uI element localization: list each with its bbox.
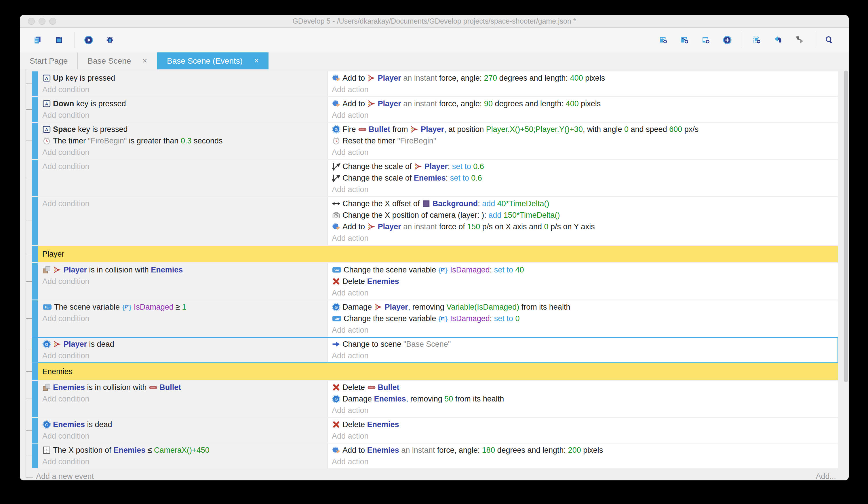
event-row[interactable]: The X position of Enemies ≤ CameraX()+45…	[32, 444, 838, 468]
add-action-button[interactable]: Add action	[332, 456, 838, 467]
condition-line[interactable]: GPlayer is dead	[42, 339, 327, 350]
add-action-button[interactable]: Add action	[332, 324, 838, 336]
condition-line[interactable]: The timer "FireBegin" is greater than 0.…	[42, 135, 327, 147]
condition-line[interactable]: Player is in collision with Enemies	[42, 264, 327, 276]
add-action-button[interactable]: Add action	[332, 84, 838, 95]
action-line[interactable]: Change the scale of Player: set to 0.6	[332, 161, 838, 172]
zoom-button[interactable]	[49, 18, 56, 25]
add-condition-button[interactable]: Add condition	[42, 393, 327, 405]
tab-base-scene[interactable]: Base Scene×	[78, 52, 157, 69]
add-condition-button[interactable]: Add condition	[42, 276, 327, 287]
debug-button[interactable]	[104, 33, 118, 47]
action-line[interactable]: Change the X position of camera (layer: …	[332, 209, 838, 221]
add-condition-button[interactable]: Add condition	[42, 84, 327, 95]
action-line[interactable]: Change the scale of Enemies: set to 0.6	[332, 172, 838, 184]
tab-base-scene-events[interactable]: Base Scene (Events)×	[157, 52, 269, 69]
add-action-button[interactable]: Add action	[332, 109, 838, 121]
condition-line[interactable]: Enemies is in collision with Bullet	[42, 382, 327, 393]
event-row[interactable]: Enemies is in collision with BulletAdd c…	[32, 381, 838, 417]
scene-editor-button[interactable]	[53, 33, 67, 47]
add-condition-button[interactable]: Add condition	[42, 147, 327, 158]
event-row[interactable]: Player is in collision with EnemiesAdd c…	[32, 263, 838, 300]
action-line[interactable]: Delete Bullet	[332, 382, 838, 393]
event-handle[interactable]	[32, 263, 38, 300]
close-tab-icon[interactable]: ×	[254, 57, 259, 65]
delete-icon	[332, 420, 340, 429]
scrollbar-thumb[interactable]	[844, 71, 848, 382]
action-line[interactable]: Delete Enemies	[332, 419, 838, 430]
add-comment-button[interactable]	[700, 33, 714, 47]
add-action-button[interactable]: Add action	[332, 184, 838, 195]
close-button[interactable]	[28, 18, 35, 25]
event-handle[interactable]	[32, 337, 38, 362]
action-line[interactable]: Add to Player an instant force of 150 p/…	[332, 221, 838, 232]
event-handle[interactable]	[32, 123, 38, 159]
action-line[interactable]: GDamage Enemies, removing 50 from its he…	[332, 393, 838, 405]
add-action-button[interactable]: Add action	[332, 287, 838, 299]
event-row[interactable]: ASpace key is pressedThe timer "FireBegi…	[32, 123, 838, 159]
action-line[interactable]: GFire Bullet from Player, at position Pl…	[332, 123, 838, 135]
add-action-button[interactable]: Add action	[332, 147, 838, 158]
action-line[interactable]: GDamage Player, removing Variable(IsDama…	[332, 301, 838, 313]
condition-line[interactable]: ASpace key is pressed	[42, 123, 327, 135]
event-row[interactable]: GPlayer is deadAdd conditionChange to sc…	[32, 337, 838, 362]
project-manager-button[interactable]	[31, 33, 46, 47]
condition-line[interactable]: The X position of Enemies ≤ CameraX()+45…	[42, 444, 327, 456]
action-line[interactable]: Add to Player an instant force, angle: 2…	[332, 72, 838, 84]
search-button[interactable]	[823, 33, 837, 47]
tab-start-page[interactable]: Start Page	[20, 52, 78, 69]
add-condition-button[interactable]: Add condition	[42, 161, 327, 172]
redo-button[interactable]	[793, 33, 808, 47]
event-handle[interactable]	[32, 197, 38, 245]
event-row[interactable]: VarThe scene variable {}IsDamaged ≥ 1Add…	[32, 300, 838, 337]
event-handle[interactable]	[32, 246, 38, 262]
condition-line[interactable]: ADown key is pressed	[42, 98, 327, 109]
add-circle-button[interactable]	[721, 33, 735, 47]
add-event-button[interactable]	[657, 33, 671, 47]
add-action-button[interactable]: Add action	[332, 405, 838, 416]
add-more-button[interactable]: Add...	[816, 472, 836, 480]
add-condition-button[interactable]: Add condition	[42, 350, 327, 361]
add-new-event-button[interactable]: Add a new event	[36, 472, 94, 480]
action-line[interactable]: Add to Player an instant force, angle: 9…	[332, 98, 838, 109]
event-handle[interactable]	[32, 418, 38, 443]
add-condition-button[interactable]: Add condition	[42, 430, 327, 442]
add-action-button[interactable]: Add action	[332, 350, 838, 361]
condition-line[interactable]: AUp key is pressed	[42, 72, 327, 84]
minimize-button[interactable]	[39, 18, 45, 25]
group-header-player[interactable]: Player	[32, 246, 838, 262]
action-line[interactable]: Delete Enemies	[332, 276, 838, 287]
event-row[interactable]: AUp key is pressedAdd conditionAdd to Pl…	[32, 71, 838, 96]
add-condition-button[interactable]: Add condition	[42, 456, 327, 467]
group-header-enemies[interactable]: Enemies	[32, 363, 838, 380]
event-handle[interactable]	[32, 71, 38, 96]
action-line[interactable]: VarChange the scene variable {}IsDamaged…	[332, 264, 838, 276]
event-row[interactable]: Add conditionChange the X offset of Back…	[32, 197, 838, 245]
action-line[interactable]: Reset the timer "FireBegin"	[332, 135, 838, 147]
add-action-button[interactable]: Add action	[332, 232, 838, 244]
condition-line[interactable]: VarThe scene variable {}IsDamaged ≥ 1	[42, 301, 327, 313]
event-row[interactable]: GEnemies is deadAdd conditionDelete Enem…	[32, 418, 838, 443]
action-line[interactable]: Change to scene "Base Scene"	[332, 339, 838, 350]
event-handle[interactable]	[32, 97, 38, 122]
event-row[interactable]: Add conditionChange the scale of Player:…	[32, 160, 838, 196]
event-handle[interactable]	[32, 381, 38, 417]
add-subevent-button[interactable]	[678, 33, 693, 47]
play-button[interactable]	[82, 33, 97, 47]
add-condition-button[interactable]: Add condition	[42, 313, 327, 324]
undo-button[interactable]	[772, 33, 786, 47]
event-handle[interactable]	[32, 444, 38, 468]
condition-line[interactable]: GEnemies is dead	[42, 419, 327, 430]
add-condition-button[interactable]: Add condition	[42, 109, 327, 121]
add-action-button[interactable]: Add action	[332, 430, 838, 442]
event-handle[interactable]	[32, 363, 38, 380]
action-line[interactable]: VarChange the scene variable {}IsDamaged…	[332, 313, 838, 324]
event-handle[interactable]	[32, 300, 38, 337]
event-row[interactable]: ADown key is pressedAdd conditionAdd to …	[32, 97, 838, 122]
action-line[interactable]: Add to Enemies an instant force, angle: …	[332, 444, 838, 456]
action-line[interactable]: Change the X offset of Background: add 4…	[332, 198, 838, 209]
close-tab-icon[interactable]: ×	[143, 57, 147, 65]
add-condition-button[interactable]: Add condition	[42, 198, 327, 209]
remove-event-button[interactable]	[751, 33, 765, 47]
event-handle[interactable]	[32, 160, 38, 196]
